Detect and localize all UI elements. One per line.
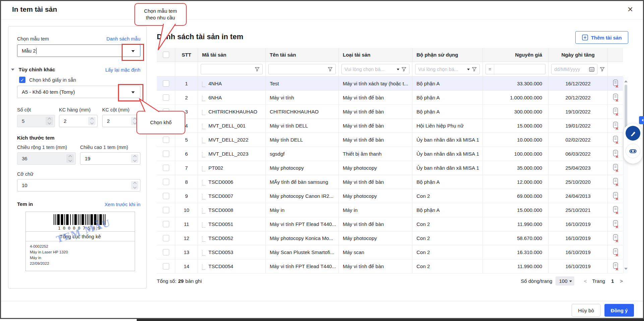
select-all-checkbox[interactable] bbox=[163, 52, 169, 58]
remove-label-icon[interactable] bbox=[612, 150, 619, 158]
template-list-link[interactable]: Danh sách mẫu bbox=[106, 36, 140, 42]
scroll-up-icon[interactable] bbox=[624, 79, 628, 82]
page-size-select[interactable]: 100 bbox=[556, 276, 574, 286]
confirm-button[interactable]: Đồng ý bbox=[604, 304, 634, 317]
remove-label-icon[interactable] bbox=[612, 93, 619, 102]
drag-handle-icon[interactable] bbox=[202, 166, 205, 171]
remove-label-icon[interactable] bbox=[612, 178, 619, 186]
reset-default-link[interactable]: Lấy lại mặc định bbox=[105, 67, 140, 73]
filter-icon[interactable] bbox=[401, 67, 406, 72]
row-checkbox[interactable] bbox=[163, 80, 169, 87]
row-checkbox[interactable] bbox=[163, 193, 169, 199]
remove-label-icon[interactable] bbox=[612, 136, 619, 144]
row-gap-stepper[interactable]: 2 bbox=[59, 115, 98, 127]
table-row[interactable]: 5 MVT_DELL_2022 Máy tính DELL Máy vi tín… bbox=[157, 133, 623, 147]
filter-dept-select[interactable]: Vui lòng chọn bá... bbox=[415, 64, 480, 74]
table-row[interactable]: 2 6NHA Máy vi tính Máy vi tính để bàn Bộ… bbox=[157, 91, 623, 105]
equals-operator[interactable]: = bbox=[486, 64, 494, 74]
row-checkbox[interactable] bbox=[163, 165, 169, 171]
drag-handle-icon[interactable] bbox=[202, 250, 205, 256]
filter-icon[interactable] bbox=[600, 67, 605, 72]
drag-handle-icon[interactable] bbox=[202, 138, 205, 143]
drag-handle-icon[interactable] bbox=[202, 264, 205, 270]
calendar-icon[interactable] bbox=[589, 67, 594, 72]
current-page[interactable]: 1 bbox=[611, 278, 614, 284]
remove-label-icon[interactable] bbox=[612, 262, 619, 271]
remove-label-icon[interactable] bbox=[612, 79, 619, 88]
row-checkbox[interactable] bbox=[163, 94, 169, 101]
drag-handle-icon[interactable] bbox=[202, 222, 205, 228]
row-checkbox[interactable] bbox=[163, 263, 169, 269]
filter-icon[interactable] bbox=[255, 67, 260, 72]
filter-icon[interactable] bbox=[328, 67, 333, 72]
col-gap-stepper[interactable]: 2 bbox=[102, 115, 140, 127]
chevron-down-icon[interactable] bbox=[467, 69, 470, 72]
prev-page-button[interactable]: < bbox=[584, 278, 587, 284]
row-checkbox[interactable] bbox=[163, 207, 169, 213]
chevron-down-icon[interactable] bbox=[397, 69, 399, 72]
label-height-stepper[interactable]: 19 bbox=[80, 152, 140, 165]
drag-handle-icon[interactable] bbox=[202, 124, 205, 129]
header-price[interactable]: Nguyên giá bbox=[482, 48, 548, 62]
filter-type-select[interactable]: Vui lòng chọn bá... bbox=[341, 64, 409, 74]
spinner-icon[interactable] bbox=[131, 181, 138, 189]
table-row[interactable]: 14 TSCD0054 Máy vi tính FPT Elead T440..… bbox=[157, 259, 623, 273]
remove-label-icon[interactable] bbox=[612, 220, 619, 229]
next-page-button[interactable]: > bbox=[620, 278, 623, 284]
table-row[interactable]: 1 4NHA Test Máy vi tính xách tay (hoặc t… bbox=[157, 77, 623, 91]
drag-handle-icon[interactable] bbox=[202, 180, 205, 185]
table-row[interactable]: 3 CHITRICHKHAUHAO CHITRICHKHAUHAO Máy vi… bbox=[157, 105, 623, 119]
remove-label-icon[interactable] bbox=[612, 122, 619, 130]
font-size-stepper[interactable]: 10 bbox=[17, 179, 140, 191]
drag-handle-icon[interactable] bbox=[202, 236, 205, 242]
drag-handle-icon[interactable] bbox=[202, 110, 205, 115]
header-name[interactable]: Tên tài sản bbox=[265, 48, 338, 62]
scrollbar-thumb[interactable] bbox=[625, 85, 627, 128]
remove-label-icon[interactable] bbox=[612, 164, 619, 172]
drag-handle-icon[interactable] bbox=[202, 82, 205, 87]
assistant-icon[interactable] bbox=[626, 126, 640, 141]
close-icon[interactable]: × bbox=[628, 4, 633, 15]
row-checkbox[interactable] bbox=[163, 221, 169, 227]
header-date[interactable]: Ngày ghi tăng bbox=[548, 48, 607, 62]
filter-name-input[interactable] bbox=[268, 64, 336, 74]
header-code[interactable]: Mã tài sản bbox=[198, 48, 265, 62]
table-row[interactable]: 11 TSCD0051 Máy vi tính FPT Elead T440..… bbox=[157, 217, 623, 231]
remove-label-icon[interactable] bbox=[612, 248, 619, 257]
row-checkbox[interactable] bbox=[163, 151, 169, 157]
remove-label-icon[interactable] bbox=[612, 107, 619, 116]
row-checkbox[interactable] bbox=[163, 179, 169, 185]
filter-date-input[interactable]: dd/MM/yyyy bbox=[551, 64, 597, 74]
drag-handle-icon[interactable] bbox=[202, 208, 205, 214]
table-row[interactable]: 10 TSCD0008 Máy in Máy in Bộ phận A 15.0… bbox=[157, 203, 623, 217]
row-checkbox[interactable] bbox=[163, 137, 169, 143]
collapse-icon[interactable] bbox=[11, 69, 14, 72]
header-type[interactable]: Loại tài sản bbox=[338, 48, 412, 62]
scroll-down-icon[interactable] bbox=[624, 268, 628, 271]
cancel-button[interactable]: Hủy bỏ bbox=[572, 304, 600, 317]
filter-code-input[interactable] bbox=[201, 64, 263, 74]
header-dept[interactable]: Bộ phận sử dụng bbox=[412, 48, 482, 62]
table-row[interactable]: 4 MVT_DELL_001 Máy vi tính DELL Máy vi t… bbox=[157, 119, 623, 133]
drag-handle-icon[interactable] bbox=[202, 96, 205, 101]
drag-handle-icon[interactable] bbox=[202, 152, 205, 157]
print-preview-link[interactable]: Xem trước khi in bbox=[105, 202, 140, 207]
customize-section-title[interactable]: Tùy chỉnh khác bbox=[18, 67, 55, 72]
table-row[interactable]: 6 MVT_DELL_2023 sgsdgf Thiết bị âm thanh… bbox=[157, 147, 623, 161]
row-checkbox[interactable] bbox=[163, 235, 169, 241]
table-row[interactable]: 9 TSCD0007 Máy photocopy Canon IR2... Má… bbox=[157, 189, 623, 203]
expand-tab[interactable] bbox=[639, 116, 644, 124]
row-checkbox[interactable] bbox=[163, 249, 169, 255]
remove-label-icon[interactable] bbox=[612, 206, 619, 215]
support-icon[interactable] bbox=[626, 144, 640, 158]
add-asset-button[interactable]: Thêm tài sản bbox=[575, 31, 628, 44]
table-row[interactable]: 8 TSCD0006 MẤy tính để bàn samsung Máy v… bbox=[157, 175, 623, 189]
filter-icon[interactable] bbox=[472, 67, 477, 72]
drag-handle-icon[interactable] bbox=[202, 194, 205, 199]
table-scrollbar[interactable] bbox=[623, 77, 628, 273]
remove-label-icon[interactable] bbox=[612, 234, 619, 243]
spinner-icon[interactable] bbox=[88, 117, 95, 125]
table-row[interactable]: 7 PT002 Máy photocopy Máy photocopy Ủy b… bbox=[157, 161, 623, 175]
spinner-icon[interactable] bbox=[131, 154, 138, 163]
table-row[interactable]: 13 TSCD0053 Máy Scan Plustek Smartofi...… bbox=[157, 245, 623, 259]
